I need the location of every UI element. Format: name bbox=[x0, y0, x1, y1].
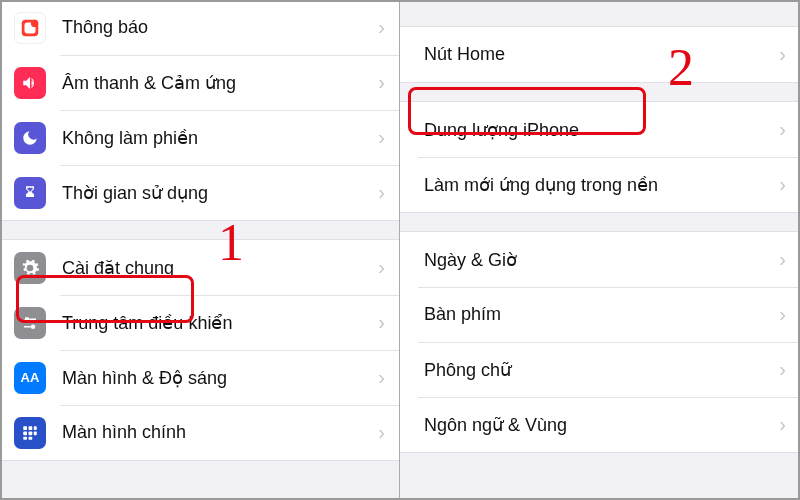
row-screentime[interactable]: Thời gian sử dụng › bbox=[0, 165, 399, 220]
general-group-1: Nút Home › bbox=[400, 26, 800, 83]
svg-point-2 bbox=[31, 19, 38, 26]
svg-rect-8 bbox=[29, 426, 33, 430]
svg-rect-9 bbox=[34, 426, 37, 430]
row-label: Ngày & Giờ bbox=[424, 249, 779, 271]
chevron-right-icon: › bbox=[378, 421, 385, 444]
row-sounds[interactable]: Âm thanh & Cảm ứng › bbox=[0, 55, 399, 110]
row-label: Không làm phiền bbox=[62, 127, 378, 149]
grid-icon bbox=[14, 417, 46, 449]
row-background-refresh[interactable]: Làm mới ứng dụng trong nền › bbox=[400, 157, 800, 212]
chevron-right-icon: › bbox=[378, 16, 385, 39]
chevron-right-icon: › bbox=[378, 366, 385, 389]
svg-rect-11 bbox=[29, 431, 33, 435]
row-label: Thông báo bbox=[62, 17, 378, 38]
chevron-right-icon: › bbox=[378, 71, 385, 94]
svg-rect-7 bbox=[23, 426, 27, 430]
moon-icon bbox=[14, 122, 46, 154]
svg-rect-10 bbox=[23, 431, 27, 435]
svg-rect-14 bbox=[29, 436, 33, 439]
settings-group-2: Cài đặt chung › Trung tâm điều khiển › A… bbox=[0, 239, 399, 461]
row-label: Nút Home bbox=[424, 44, 779, 65]
display-icon: AA bbox=[14, 362, 46, 394]
chevron-right-icon: › bbox=[779, 358, 786, 381]
svg-point-5 bbox=[31, 324, 36, 329]
row-home-button[interactable]: Nút Home › bbox=[400, 27, 800, 82]
sounds-icon bbox=[14, 67, 46, 99]
row-fonts[interactable]: Phông chữ › bbox=[400, 342, 800, 397]
chevron-right-icon: › bbox=[378, 126, 385, 149]
chevron-right-icon: › bbox=[779, 173, 786, 196]
row-label: Trung tâm điều khiển bbox=[62, 312, 378, 334]
chevron-right-icon: › bbox=[378, 181, 385, 204]
settings-main-list: Thông báo › Âm thanh & Cảm ứng › Không l… bbox=[0, 0, 400, 500]
row-label: Bàn phím bbox=[424, 304, 779, 325]
row-home-screen[interactable]: Màn hình chính › bbox=[0, 405, 399, 460]
notifications-icon bbox=[14, 12, 46, 44]
svg-rect-6 bbox=[24, 326, 31, 328]
settings-group-1: Thông báo › Âm thanh & Cảm ứng › Không l… bbox=[0, 0, 399, 221]
row-keyboard[interactable]: Bàn phím › bbox=[400, 287, 800, 342]
svg-point-3 bbox=[25, 317, 30, 322]
chevron-right-icon: › bbox=[779, 43, 786, 66]
svg-rect-13 bbox=[23, 436, 27, 439]
row-language-region[interactable]: Ngôn ngữ & Vùng › bbox=[400, 397, 800, 452]
row-iphone-storage[interactable]: Dung lượng iPhone › bbox=[400, 102, 800, 157]
row-general[interactable]: Cài đặt chung › bbox=[0, 240, 399, 295]
row-label: Âm thanh & Cảm ứng bbox=[62, 72, 378, 94]
sliders-icon bbox=[14, 307, 46, 339]
chevron-right-icon: › bbox=[779, 118, 786, 141]
general-settings-list: Nút Home › Dung lượng iPhone › Làm mới ứ… bbox=[400, 0, 800, 500]
general-group-2: Dung lượng iPhone › Làm mới ứng dụng tro… bbox=[400, 101, 800, 213]
row-label: Phông chữ bbox=[424, 359, 779, 381]
row-label: Làm mới ứng dụng trong nền bbox=[424, 174, 779, 196]
row-label: Màn hình & Độ sáng bbox=[62, 367, 378, 389]
chevron-right-icon: › bbox=[779, 413, 786, 436]
general-group-3: Ngày & Giờ › Bàn phím › Phông chữ › Ngôn… bbox=[400, 231, 800, 453]
row-label: Cài đặt chung bbox=[62, 257, 378, 279]
chevron-right-icon: › bbox=[779, 303, 786, 326]
row-label: Ngôn ngữ & Vùng bbox=[424, 414, 779, 436]
chevron-right-icon: › bbox=[378, 311, 385, 334]
row-dnd[interactable]: Không làm phiền › bbox=[0, 110, 399, 165]
hourglass-icon bbox=[14, 177, 46, 209]
row-label: Màn hình chính bbox=[62, 422, 378, 443]
row-date-time[interactable]: Ngày & Giờ › bbox=[400, 232, 800, 287]
svg-rect-4 bbox=[29, 318, 36, 320]
gear-icon bbox=[14, 252, 46, 284]
chevron-right-icon: › bbox=[779, 248, 786, 271]
row-label: Thời gian sử dụng bbox=[62, 182, 378, 204]
chevron-right-icon: › bbox=[378, 256, 385, 279]
row-notifications[interactable]: Thông báo › bbox=[0, 0, 399, 55]
row-display[interactable]: AA Màn hình & Độ sáng › bbox=[0, 350, 399, 405]
svg-rect-12 bbox=[34, 431, 37, 435]
row-label: Dung lượng iPhone bbox=[424, 119, 779, 141]
row-control-center[interactable]: Trung tâm điều khiển › bbox=[0, 295, 399, 350]
